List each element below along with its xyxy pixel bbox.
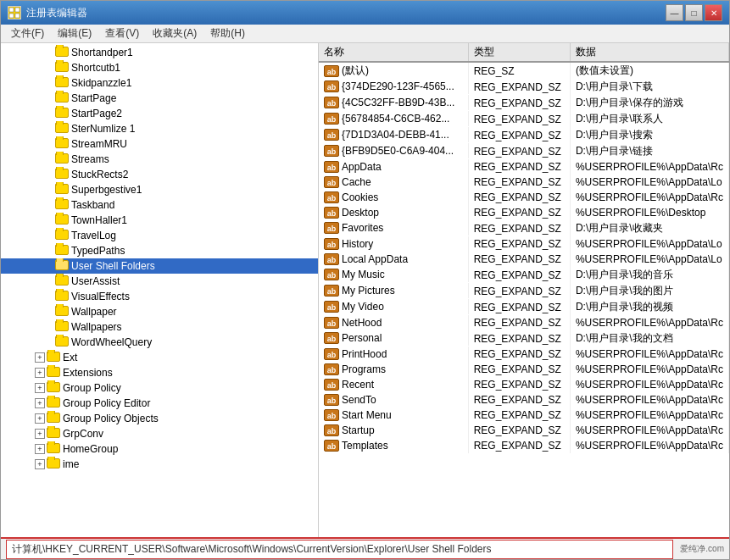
tree-item-grouppolicyeditor[interactable]: +Group Policy Editor bbox=[1, 396, 318, 411]
expand-btn[interactable]: + bbox=[35, 398, 45, 408]
folder-closed-icon bbox=[47, 413, 60, 423]
expand-btn[interactable]: + bbox=[35, 429, 45, 439]
tree-item-extensions[interactable]: +Extensions bbox=[1, 365, 318, 380]
table-row[interactable]: abAppDataREG_EXPAND_SZ%USERPROFILE%\AppD… bbox=[319, 159, 729, 175]
expand-btn[interactable]: + bbox=[35, 368, 45, 378]
table-row[interactable]: abProgramsREG_EXPAND_SZ%USERPROFILE%\App… bbox=[319, 362, 729, 377]
menu-item[interactable]: 查看(V) bbox=[98, 25, 146, 42]
menu-item[interactable]: 收藏夹(A) bbox=[146, 25, 203, 42]
menu-item[interactable]: 帮助(H) bbox=[203, 25, 252, 42]
table-row[interactable]: abStart MenuREG_EXPAND_SZ%USERPROFILE%\A… bbox=[319, 408, 729, 423]
reg-value-icon: ab bbox=[324, 379, 339, 391]
expand-btn[interactable]: + bbox=[35, 352, 45, 363]
tree-item-stuckrects2[interactable]: StuckRects2 bbox=[1, 167, 318, 182]
table-row[interactable]: ab{4C5C32FF-BB9D-43B...REG_EXPAND_SZD:\用… bbox=[319, 95, 729, 111]
tree-item-sternumlize1[interactable]: SterNumlize 1 bbox=[1, 121, 318, 136]
tree-item-taskband[interactable]: Taskband bbox=[1, 197, 318, 213]
maximize-button[interactable]: □ bbox=[685, 4, 703, 21]
tree-item-travellog[interactable]: TravelLog bbox=[1, 228, 318, 243]
tree-item-superbgestive1[interactable]: Superbgestive1 bbox=[1, 182, 318, 197]
menu-item[interactable]: 文件(F) bbox=[4, 25, 51, 42]
svg-rect-0 bbox=[9, 8, 14, 12]
table-row[interactable]: ab{7D1D3A04-DEBB-41...REG_EXPAND_SZD:\用户… bbox=[319, 127, 729, 143]
folder-closed-icon bbox=[55, 123, 69, 133]
table-row[interactable]: ab{BFB9D5E0-C6A9-404...REG_EXPAND_SZD:\用… bbox=[319, 143, 729, 159]
table-row[interactable]: abPrintHoodREG_EXPAND_SZ%USERPROFILE%\Ap… bbox=[319, 347, 729, 362]
expand-btn[interactable]: + bbox=[35, 459, 45, 469]
tree-item-grouppolicy[interactable]: +Group Policy bbox=[1, 380, 318, 396]
expand-btn[interactable]: + bbox=[35, 413, 45, 424]
tree-item-userassist[interactable]: UserAssist bbox=[1, 274, 318, 289]
cell-type: REG_EXPAND_SZ bbox=[469, 299, 571, 315]
table-row[interactable]: ab{56784854-C6CB-462...REG_EXPAND_SZD:\用… bbox=[319, 111, 729, 127]
reg-value-icon: ab bbox=[324, 238, 339, 250]
cell-type: REG_EXPAND_SZ bbox=[469, 190, 571, 205]
tree-item-streams[interactable]: Streams bbox=[1, 152, 318, 167]
tree-item-wheelwheelquery[interactable]: WordWheelQuery bbox=[1, 335, 318, 350]
folder-closed-icon bbox=[55, 47, 69, 57]
table-row[interactable]: abMy MusicREG_EXPAND_SZD:\用户目录\我的音乐 bbox=[319, 267, 729, 283]
table-body: ab(默认)REG_SZ(数值未设置)ab{374DE290-123F-4565… bbox=[319, 62, 729, 453]
tree-item-townhaller1[interactable]: TownHaller1 bbox=[1, 213, 318, 228]
tree-item-skidpanzzle1[interactable]: Skidpanzzle1 bbox=[1, 75, 318, 91]
cell-name: ab{BFB9D5E0-C6A9-404... bbox=[319, 143, 469, 158]
reg-value-icon: ab bbox=[324, 145, 339, 157]
cell-data: %USERPROFILE%\AppData\Rc bbox=[570, 190, 728, 205]
col-name[interactable]: 名称 bbox=[319, 43, 469, 62]
table-row[interactable]: ab{374DE290-123F-4565...REG_EXPAND_SZD:\… bbox=[319, 79, 729, 95]
table-row[interactable]: abTemplatesREG_EXPAND_SZ%USERPROFILE%\Ap… bbox=[319, 438, 729, 453]
right-panel[interactable]: 名称 类型 数据 ab(默认)REG_SZ(数值未设置)ab{374DE290-… bbox=[319, 43, 729, 537]
tree-item-shortandper1[interactable]: Shortandper1 bbox=[1, 45, 318, 60]
tree-item-label: Ext bbox=[63, 352, 77, 363]
tree-panel[interactable]: Shortandper1Shortcutb1Skidpanzzle1StartP… bbox=[1, 43, 319, 537]
tree-item-ext[interactable]: +Ext bbox=[1, 350, 318, 365]
tree-item-typedpaths[interactable]: TypedPaths bbox=[1, 243, 318, 258]
tree-item-shortcutb1[interactable]: Shortcutb1 bbox=[1, 60, 318, 75]
tree-item-startpage2[interactable]: StartPage2 bbox=[1, 106, 318, 121]
table-row[interactable]: abDesktopREG_EXPAND_SZ%USERPROFILE%\Desk… bbox=[319, 205, 729, 220]
cell-type: REG_EXPAND_SZ bbox=[469, 236, 571, 252]
minimize-button[interactable]: — bbox=[666, 4, 683, 21]
cell-type: REG_EXPAND_SZ bbox=[469, 408, 571, 423]
folder-closed-icon bbox=[55, 275, 69, 286]
table-row[interactable]: abStartupREG_EXPAND_SZ%USERPROFILE%\AppD… bbox=[319, 423, 729, 438]
tree-item-grpconv[interactable]: +GrpConv bbox=[1, 426, 318, 441]
tree-item-visualeffects[interactable]: VisualEffects bbox=[1, 289, 318, 304]
folder-closed-icon bbox=[55, 92, 69, 103]
col-data[interactable]: 数据 bbox=[570, 43, 728, 62]
table-row[interactable]: abCacheREG_EXPAND_SZ%USERPROFILE%\AppDat… bbox=[319, 175, 729, 190]
table-row[interactable]: abHistoryREG_EXPAND_SZ%USERPROFILE%\AppD… bbox=[319, 236, 729, 252]
expand-btn[interactable]: + bbox=[35, 444, 45, 454]
cell-type: REG_EXPAND_SZ bbox=[469, 159, 571, 175]
tree-item-label: TypedPaths bbox=[71, 245, 125, 257]
tree-item-label: SterNumlize 1 bbox=[71, 123, 135, 135]
cell-data: %USERPROFILE%\AppData\Rc bbox=[570, 377, 728, 392]
tree-item-streammru[interactable]: StreamMRU bbox=[1, 136, 318, 152]
tree-item-homegroup[interactable]: +HomeGroup bbox=[1, 441, 318, 457]
table-row[interactable]: abPersonalREG_EXPAND_SZD:\用户目录\我的文档 bbox=[319, 330, 729, 347]
col-type[interactable]: 类型 bbox=[469, 43, 571, 62]
table-row[interactable]: abLocal AppDataREG_EXPAND_SZ%USERPROFILE… bbox=[319, 252, 729, 267]
table-row[interactable]: ab(默认)REG_SZ(数值未设置) bbox=[319, 62, 729, 79]
table-row[interactable]: abMy VideoREG_EXPAND_SZD:\用户目录\我的视频 bbox=[319, 299, 729, 315]
menu-item[interactable]: 编辑(E) bbox=[51, 25, 98, 42]
table-row[interactable]: abMy PicturesREG_EXPAND_SZD:\用户目录\我的图片 bbox=[319, 283, 729, 299]
expand-btn[interactable]: + bbox=[35, 383, 45, 393]
table-row[interactable]: abNetHoodREG_EXPAND_SZ%USERPROFILE%\AppD… bbox=[319, 315, 729, 330]
tree-item-grouppolicyobjects[interactable]: +Group Policy Objects bbox=[1, 411, 318, 426]
tree-item-usershellfolders[interactable]: User Shell Folders bbox=[1, 258, 318, 274]
tree-item-startpage[interactable]: StartPage bbox=[1, 91, 318, 106]
close-button[interactable]: ✕ bbox=[705, 4, 722, 21]
table-row[interactable]: abRecentREG_EXPAND_SZ%USERPROFILE%\AppDa… bbox=[319, 377, 729, 392]
tree-item-wallpapers[interactable]: Wallpapers bbox=[1, 319, 318, 335]
cell-name: abLocal AppData bbox=[319, 252, 469, 267]
reg-value-icon: ab bbox=[324, 440, 339, 452]
table-row[interactable]: abSendToREG_EXPAND_SZ%USERPROFILE%\AppDa… bbox=[319, 392, 729, 408]
tree-item-ime[interactable]: +ime bbox=[1, 457, 318, 472]
tree-item-label: Taskband bbox=[71, 199, 114, 211]
tree-item-wallpaper[interactable]: Wallpaper bbox=[1, 304, 318, 319]
table-row[interactable]: abCookiesREG_EXPAND_SZ%USERPROFILE%\AppD… bbox=[319, 190, 729, 205]
table-row[interactable]: abFavoritesREG_EXPAND_SZD:\用户目录\收藏夹 bbox=[319, 220, 729, 236]
folder-closed-icon bbox=[55, 108, 69, 118]
tree-item-label: HomeGroup bbox=[63, 443, 118, 455]
